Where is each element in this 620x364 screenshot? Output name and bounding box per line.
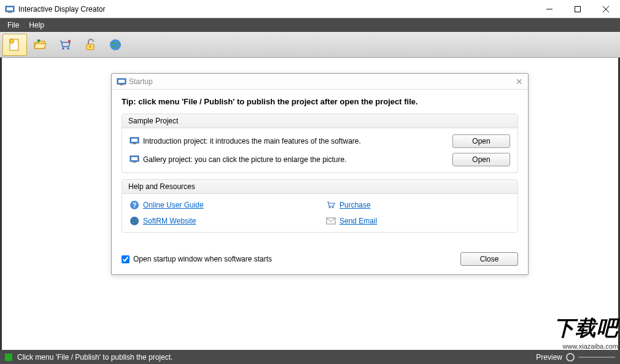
status-text: Click menu 'File / Publish' to publish t…: [17, 353, 536, 362]
sample-gallery-text: Gallery project: you can click the pictu…: [143, 155, 452, 164]
dialog-close-icon[interactable]: ✕: [516, 77, 523, 87]
minimize-button[interactable]: [535, 0, 564, 18]
svg-point-29: [130, 217, 139, 225]
maximize-button[interactable]: [564, 0, 592, 18]
menu-bar: File Help: [0, 18, 620, 32]
close-window-button[interactable]: [592, 0, 620, 18]
cart-icon: [326, 200, 336, 210]
open-file-button[interactable]: [28, 34, 52, 56]
svg-point-12: [68, 40, 71, 42]
svg-text:?: ?: [133, 201, 137, 209]
startup-dialog: Startup ✕ Tip: click menu 'File / Publis…: [111, 73, 529, 275]
svg-rect-2: [7, 7, 13, 10]
unlock-button[interactable]: [78, 34, 103, 56]
svg-rect-24: [131, 157, 138, 160]
svg-rect-23: [133, 161, 136, 163]
sample-introduction-text: Introduction project: it introduces the …: [143, 137, 452, 145]
help-website: SoftRM Website: [130, 216, 314, 226]
svg-point-14: [90, 45, 91, 47]
startup-checkbox[interactable]: [122, 255, 130, 263]
svg-rect-17: [120, 84, 123, 85]
menu-help[interactable]: Help: [24, 20, 49, 31]
menu-file[interactable]: File: [2, 20, 24, 31]
svg-point-9: [10, 39, 14, 43]
svg-point-15: [110, 39, 121, 50]
zoom-slider-track[interactable]: [578, 357, 615, 358]
svg-point-28: [332, 207, 334, 209]
svg-rect-1: [8, 12, 12, 13]
sample-row-introduction: Introduction project: it introduces the …: [130, 134, 510, 148]
help-user-guide: ? Online User Guide: [130, 200, 314, 210]
startup-checkbox-label: Open startup window when software starts: [133, 255, 272, 263]
svg-point-27: [329, 207, 331, 209]
new-file-button[interactable]: [2, 34, 27, 56]
help-resources-header: Help and Resources: [122, 180, 517, 194]
tip-text: Tip: click menu 'File / Publish' to publ…: [122, 97, 518, 106]
globe-icon: [130, 216, 139, 226]
svg-rect-4: [575, 6, 581, 12]
user-guide-link[interactable]: Online User Guide: [143, 201, 204, 209]
zoom-slider-handle[interactable]: [566, 353, 575, 362]
dialog-footer: Open startup window when software starts…: [112, 246, 528, 274]
watermark-url: www.xiazaiba.com: [554, 343, 618, 350]
globe-button[interactable]: [103, 34, 128, 56]
close-dialog-button[interactable]: Close: [460, 252, 518, 266]
window-title: Interactive Display Creator: [18, 5, 535, 14]
dialog-title: Startup: [129, 77, 516, 86]
dialog-icon: [117, 77, 126, 87]
sample-project-header: Sample Project: [122, 114, 517, 128]
sample-project-panel: Sample Project Introduction project: it …: [122, 114, 518, 173]
website-link[interactable]: SoftRM Website: [143, 217, 196, 225]
main-area: Startup ✕ Tip: click menu 'File / Publis…: [0, 58, 620, 350]
svg-point-11: [67, 47, 69, 50]
display-icon: [130, 155, 139, 165]
status-bar: Click menu 'File / Publish' to publish t…: [0, 350, 620, 364]
display-icon: [130, 136, 139, 146]
envelope-icon: [326, 216, 336, 226]
svg-point-10: [62, 47, 64, 50]
preview-label: Preview: [536, 353, 562, 362]
svg-rect-21: [131, 139, 138, 142]
status-indicator-icon: [5, 354, 12, 361]
window-titlebar: Interactive Display Creator: [0, 0, 620, 18]
email-link[interactable]: Send Email: [339, 217, 377, 225]
open-gallery-button[interactable]: Open: [452, 153, 510, 166]
toolbar: [0, 32, 620, 58]
svg-rect-20: [133, 143, 136, 144]
open-introduction-button[interactable]: Open: [452, 134, 510, 148]
sample-row-gallery: Gallery project: you can click the pictu…: [130, 153, 510, 166]
dialog-titlebar: Startup ✕: [112, 74, 528, 90]
app-icon: [5, 4, 15, 14]
watermark: 下载吧 www.xiazaiba.com: [554, 314, 618, 350]
help-email: Send Email: [326, 216, 510, 226]
help-resources-panel: Help and Resources ? Online User Guide: [122, 179, 518, 233]
cart-button[interactable]: [53, 34, 77, 56]
svg-rect-18: [118, 80, 125, 83]
help-icon: ?: [130, 200, 139, 210]
watermark-logo: 下载吧: [554, 314, 618, 343]
help-purchase: Purchase: [326, 200, 510, 210]
preview-zoom-control: Preview: [536, 353, 615, 362]
purchase-link[interactable]: Purchase: [339, 201, 371, 209]
